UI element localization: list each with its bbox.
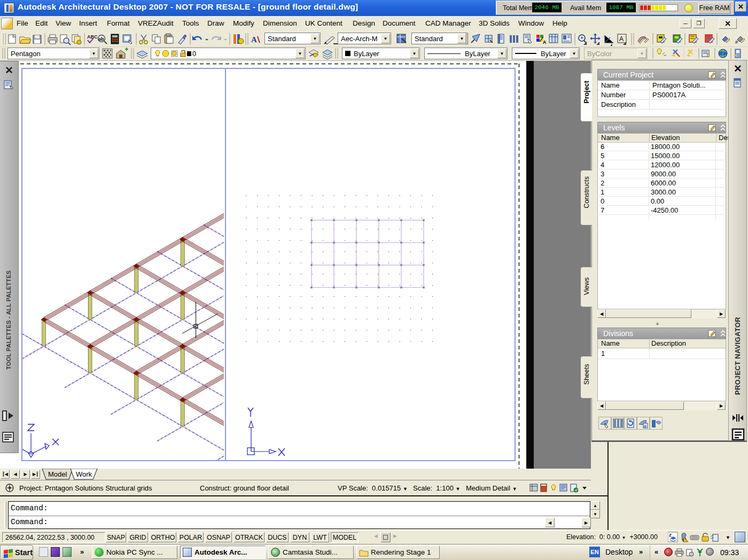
svg-text:A: A bbox=[543, 40, 547, 45]
svg-text:Work: Work bbox=[76, 470, 92, 478]
svg-text:A: A bbox=[251, 35, 257, 44]
svg-text:#: # bbox=[735, 40, 738, 45]
svg-text:ab: ab bbox=[98, 36, 104, 42]
svg-text:!: ! bbox=[682, 538, 684, 543]
svg-text:Model: Model bbox=[48, 470, 67, 478]
svg-text:a: a bbox=[644, 424, 646, 429]
svg-text:Z: Z bbox=[669, 533, 672, 538]
svg-text:A: A bbox=[619, 35, 624, 43]
